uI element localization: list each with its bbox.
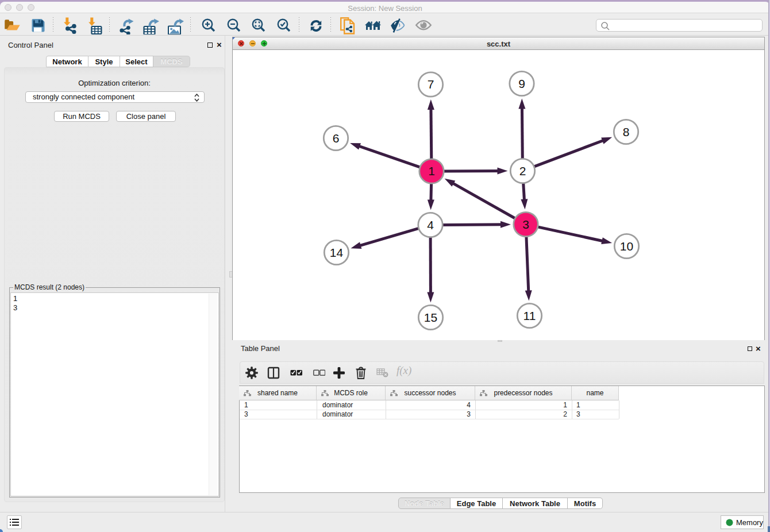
svg-text:11: 11: [523, 309, 536, 322]
svg-text:7: 7: [428, 78, 434, 91]
svg-text:15: 15: [424, 311, 437, 324]
svg-text:10: 10: [620, 240, 633, 253]
svg-text:2: 2: [519, 164, 526, 178]
svg-text:9: 9: [518, 77, 525, 90]
svg-text:3: 3: [522, 218, 529, 231]
svg-text:8: 8: [623, 125, 630, 138]
svg-text:6: 6: [333, 132, 340, 145]
svg-text:4: 4: [427, 218, 434, 232]
svg-text:14: 14: [330, 246, 344, 259]
svg-text:1: 1: [428, 164, 435, 178]
